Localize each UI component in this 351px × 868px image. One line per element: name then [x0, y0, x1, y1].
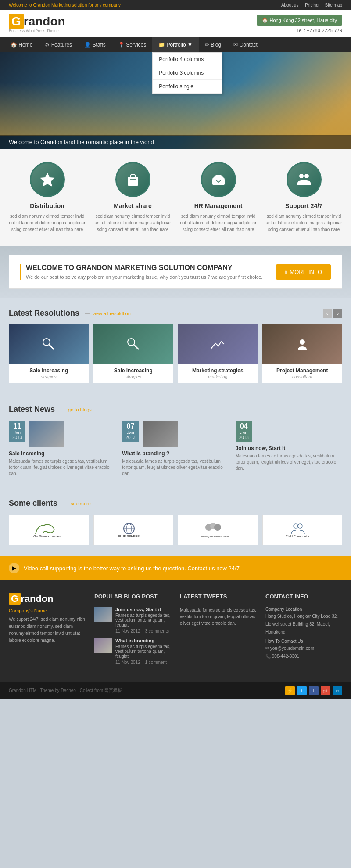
- welcome-subtext: We do our best to solve any problem on y…: [26, 274, 262, 280]
- phone-text: 📞 908-442-3301: [265, 652, 342, 660]
- sitemap-link[interactable]: Site map: [325, 3, 342, 7]
- portfolio-single[interactable]: Portfolio single: [153, 80, 222, 94]
- card-1: Sale increasing stragies: [93, 324, 174, 383]
- about-link[interactable]: About us: [281, 3, 298, 7]
- clients-link[interactable]: see more: [71, 501, 91, 506]
- news-image-0: [29, 421, 64, 447]
- address-button[interactable]: 🏠 Hong Kong 32 street, Liaue city: [257, 15, 342, 26]
- client-name-2: Mistery Rainbow Stones: [198, 519, 237, 541]
- trophy-icon: [39, 171, 56, 188]
- nav-home[interactable]: 🏠 Home: [4, 37, 39, 52]
- support-icon-circle: [287, 162, 322, 197]
- top-bar: Welcome to Grandon Marketing solution fo…: [0, 0, 351, 10]
- blog-thumb-0: [94, 607, 112, 622]
- nav-contact[interactable]: ✉ Contact: [227, 37, 264, 52]
- client-name-3: Child Community: [283, 519, 322, 541]
- feature-text-0: sed diam nonumy eirmod tempor invid unt …: [9, 213, 86, 233]
- card-title-2: Marketing strategies: [181, 367, 254, 374]
- news-date-box-0: 11 Jan 2013: [9, 421, 115, 447]
- bottom-bar: Grandon HTML Theme by Decheo - Collect f…: [0, 682, 351, 699]
- next-button[interactable]: ›: [333, 309, 342, 318]
- more-info-button[interactable]: ℹ MORE INFO: [276, 264, 331, 280]
- news-section: Latest News — go to blogs 11 Jan 2013 Sa…: [0, 394, 351, 488]
- portfolio-dropdown: Portfolio 4 columns Portfolio 3 columns …: [152, 52, 222, 94]
- logo-rest: randon: [24, 14, 65, 28]
- email-text: ✉ you@yourdomain.com: [265, 645, 342, 652]
- location-label: Company Location: [265, 607, 342, 612]
- client-name-0: Go Green Leaves: [29, 519, 68, 541]
- features-section: Distribution sed diam nonumy eirmod temp…: [0, 149, 351, 246]
- card-body-0: Sale increasing stragies: [9, 364, 89, 383]
- client-logo-2: Mistery Rainbow Stones: [178, 515, 258, 545]
- svg-line-6: [49, 345, 54, 349]
- googleplus-icon[interactable]: g+: [321, 686, 330, 695]
- inbox-icon: [210, 171, 227, 188]
- svg-point-20: [298, 524, 302, 528]
- svg-text:Go Green Leaves: Go Green Leaves: [33, 534, 61, 538]
- feature-market: Market share sed diam nonumy eirmod temp…: [94, 162, 171, 233]
- pricing-link[interactable]: Pricing: [305, 3, 319, 7]
- feature-title-0: Distribution: [9, 202, 86, 209]
- logo[interactable]: Grandon: [9, 14, 65, 29]
- svg-text:Mistery Rainbow Stones: Mistery Rainbow Stones: [201, 535, 229, 538]
- linkedin-icon[interactable]: in: [333, 686, 342, 695]
- nav-services[interactable]: 📍 Services: [112, 37, 152, 52]
- footer-blog: POPULAR BLOG POST Join us now, Start it …: [94, 593, 171, 669]
- blog-post-1: What is branding Fames ac turpis egesda …: [94, 638, 171, 665]
- svg-point-4: [304, 174, 309, 178]
- prev-button[interactable]: ‹: [323, 309, 332, 318]
- nav-staffs[interactable]: 👤 Staffs: [78, 37, 112, 52]
- card-sub-3: consultant: [266, 375, 339, 379]
- nav-portfolio[interactable]: 📁 Portfolio ▼ Portfolio 4 columns Portfo…: [152, 37, 199, 52]
- phone-number: Tel : +7780-2225-779: [257, 28, 342, 33]
- contact-how-label: How To Contact Us: [265, 639, 342, 644]
- blog-info-0: Join us now, Start it Fames ac turpis eg…: [115, 607, 171, 634]
- blog-post-text-0: Fames ac turpis egesda tas, vestibulum t…: [115, 613, 171, 627]
- clients-header: Some clients — see more: [9, 499, 342, 508]
- blog-date-1: 11 Nov 2012 1 comment: [115, 660, 171, 665]
- header-right: 🏠 Hong Kong 32 street, Liaue city Tel : …: [257, 15, 342, 33]
- portfolio-3col[interactable]: Portfolio 3 columns: [153, 66, 222, 80]
- feature-text-3: sed diam nonumy eirmod tempor invid unt …: [265, 213, 342, 233]
- portfolio-4col[interactable]: Portfolio 4 columns: [153, 53, 222, 66]
- welcome-heading: WELCOME TO GRANDON MARKETING SOLUTION CO…: [26, 264, 262, 272]
- dash: —: [85, 310, 90, 317]
- footer-contact: CONTACT INFO Company Location Hang Studi…: [265, 593, 342, 669]
- card-image-2: [178, 324, 258, 364]
- feature-text-2: sed diam nonumy eirmod tempor invid unt …: [180, 213, 257, 233]
- blog-thumb-1: [94, 638, 112, 653]
- news-text-2: Malesuada fames ac turpis egesda tas, ve…: [236, 453, 342, 472]
- date-badge-2: 04 Jan 2013: [236, 421, 252, 442]
- news-title-0: Sale incresing: [9, 450, 115, 457]
- welcome-banner-wrapper: WELCOME TO GRANDON MARKETING SOLUTION CO…: [0, 246, 351, 298]
- info-icon: ℹ: [285, 269, 287, 275]
- resolutions-link[interactable]: view all resoldtion: [93, 311, 131, 316]
- footer-brand: Grandon Company's Name We suport 24/7. s…: [9, 593, 86, 669]
- nav-features[interactable]: ⚙ Features: [39, 37, 78, 52]
- twitter-icon[interactable]: t: [297, 686, 307, 695]
- blog-post-title-1: What is branding: [115, 638, 171, 643]
- card-title-1: Sale increasing: [97, 367, 170, 374]
- main-nav: 🏠 Home ⚙ Features 👤 Staffs 📍 Services 📁 …: [0, 37, 351, 52]
- video-bar: ▶ Video call supporting is the better wa…: [0, 556, 351, 580]
- svg-point-3: [299, 174, 304, 178]
- hero-caption: Welcome to Grandon land the romantic pla…: [0, 135, 351, 149]
- blog-info-1: What is branding Fames ac turpis egesda …: [115, 638, 171, 665]
- tweets-section-title: LATEST TWEETS: [180, 593, 257, 602]
- footer-tweets: LATEST TWEETS Malesuada fames ac turpis …: [180, 593, 257, 669]
- news-grid: 11 Jan 2013 Sale incresing Malesuada fam…: [9, 421, 342, 477]
- blog-post-0: Join us now, Start it Fames ac turpis eg…: [94, 607, 171, 634]
- nav-blog[interactable]: ✏ Blog: [199, 37, 227, 52]
- card-image-1: [93, 324, 174, 364]
- news-content-2: Join us now, Start it Malesuada fames ac…: [236, 445, 342, 472]
- facebook-icon[interactable]: f: [309, 686, 319, 695]
- hr-icon-circle: [201, 162, 236, 197]
- resolutions-grid: Sale increasing stragies Sale increasing…: [9, 324, 342, 383]
- footer-grid: Grandon Company's Name We suport 24/7. s…: [9, 593, 342, 669]
- rss-icon[interactable]: ⚡: [285, 686, 295, 695]
- news-date-box-2: 04 Jan 2013: [236, 421, 342, 442]
- card-image-3: [262, 324, 343, 364]
- news-link[interactable]: go to blogs: [68, 407, 92, 412]
- card-3: Project Management consultant: [262, 324, 343, 383]
- bag-icon: [124, 171, 142, 188]
